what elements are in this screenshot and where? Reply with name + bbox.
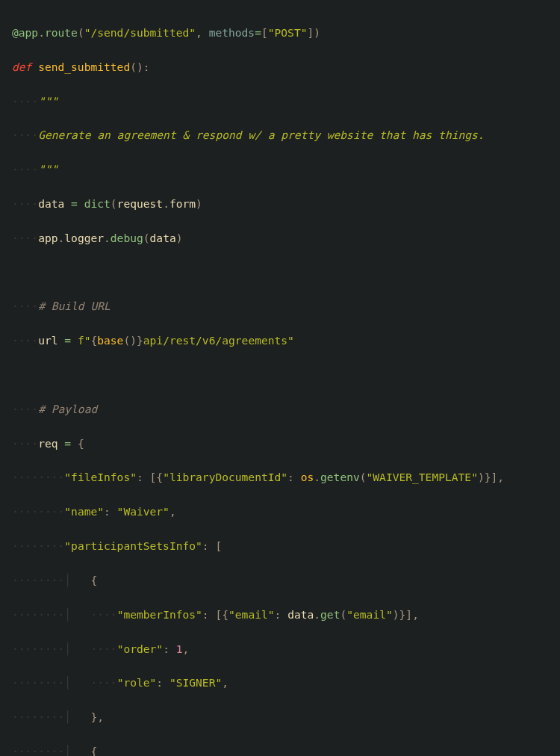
getenv-call: getenv	[320, 471, 360, 483]
env-waiver-template: "WAIVER_TEMPLATE"	[367, 471, 478, 483]
indent-guide: ····	[12, 403, 38, 415]
indent-guide: ····	[12, 710, 38, 723]
brace-open: {	[156, 471, 163, 483]
colon: :	[202, 608, 216, 621]
code-line: ····url = f"{base()}api/rest/v6/agreemen…	[12, 332, 560, 350]
indent-guide: ····	[12, 505, 38, 518]
indent-guide: │	[64, 608, 90, 621]
key-role: "role"	[117, 676, 157, 689]
parens: ()	[123, 334, 137, 347]
colon: :	[137, 471, 150, 483]
paren-close: )	[478, 471, 485, 483]
bracket-close: ]	[405, 608, 412, 621]
comma: ,	[222, 676, 228, 689]
code-line: ········│ ····"role": "SIGNER",	[12, 675, 560, 692]
paren-close: )	[176, 232, 183, 244]
indent-guide: ····	[38, 676, 64, 689]
dot: .	[58, 232, 65, 244]
blank-line	[12, 367, 560, 384]
brace-open: {	[222, 608, 228, 621]
indent-guide: ····	[38, 539, 64, 552]
colon: :	[202, 539, 216, 552]
bracket-open: [	[215, 608, 222, 621]
arg-email: "email"	[346, 608, 393, 621]
indent-guide: │	[64, 676, 90, 689]
colon: :	[275, 608, 288, 621]
code-editor[interactable]: @app.route("/send/submitted", methods=["…	[0, 0, 560, 756]
kwarg-methods: methods	[209, 26, 255, 39]
logger-attr: logger	[64, 232, 104, 244]
code-line: ····req = {	[12, 436, 560, 453]
indent-guide: ····	[12, 437, 38, 450]
colon: :	[287, 471, 301, 483]
comment-payload: # Payload	[38, 403, 97, 415]
indent-guide: ····	[38, 471, 64, 483]
comma: ,	[196, 26, 209, 39]
indent-guide: ····	[38, 642, 64, 655]
equals: =	[58, 437, 78, 450]
paren-open: (	[78, 26, 84, 39]
key-fileinfos: "fileInfos"	[64, 471, 137, 483]
colon: :	[156, 676, 169, 689]
indent-guide: │	[64, 745, 90, 756]
space	[31, 61, 38, 73]
data-obj: data	[287, 608, 314, 621]
form-attr: form	[169, 197, 196, 210]
docstring-body: Generate an agreement & respond w/ a pre…	[38, 128, 484, 141]
bracket-close: ]	[491, 471, 498, 483]
debug-call: debug	[111, 232, 143, 244]
var-req: req	[38, 437, 57, 450]
indent-guide: ····	[90, 676, 116, 689]
code-line: ········│ {	[12, 743, 560, 756]
app-obj: app	[38, 232, 57, 244]
indent-guide: ····	[12, 574, 38, 586]
comma: ,	[183, 642, 190, 655]
val-signer: "SIGNER"	[169, 676, 222, 689]
route-path: "/send/submitted"	[84, 26, 196, 39]
quote: "	[287, 334, 294, 347]
dot: .	[104, 232, 111, 244]
code-line: ········│ {	[12, 572, 560, 589]
code-line: @app.route("/send/submitted", methods=["…	[12, 25, 560, 42]
indent-guide: ····	[12, 676, 38, 689]
code-line: ········│ ····"order": 1,	[12, 641, 560, 658]
indent-guide: ····	[12, 745, 38, 756]
comment-build-url: # Build URL	[38, 300, 111, 312]
docstring-close: """	[38, 163, 57, 176]
dot: .	[314, 608, 320, 621]
indent-guide: ····	[12, 232, 38, 244]
indent-guide: ····	[12, 300, 38, 312]
paren-close: )	[196, 197, 202, 210]
brace-close: }	[485, 471, 491, 483]
code-line: ········"participantSetsInfo": [	[12, 538, 560, 555]
indent-guide: ····	[90, 642, 116, 655]
paren-close: )	[393, 608, 399, 621]
route-call: route	[45, 26, 78, 39]
brace-close-comma: },	[90, 710, 104, 723]
http-method: "POST"	[268, 26, 308, 39]
comma: ,	[169, 505, 176, 518]
blank-line	[12, 264, 560, 282]
dot: .	[38, 26, 45, 39]
comma: ,	[497, 471, 504, 483]
indent-guide: ····	[12, 334, 38, 347]
indent-guide: ····	[38, 608, 64, 621]
indent-guide: ····	[12, 128, 38, 141]
code-line: ········│ ····"memberInfos": [{"email": …	[12, 607, 560, 624]
code-line: ········"fileInfos": [{"libraryDocumentI…	[12, 469, 560, 486]
indent-guide: ····	[12, 471, 38, 483]
key-participantsetsinfo: "participantSetsInfo"	[64, 539, 202, 552]
key-memberinfos: "memberInfos"	[117, 608, 202, 621]
key-name: "name"	[64, 505, 104, 518]
brace-open: {	[90, 574, 97, 586]
var-url: url	[38, 334, 57, 347]
code-line: ····"""	[12, 161, 560, 179]
fstring-brace-close: }	[137, 334, 143, 347]
code-line: ····app.logger.debug(data)	[12, 230, 560, 247]
base-call: base	[97, 334, 123, 347]
code-line: ····# Payload	[12, 401, 560, 418]
def-parens: ():	[130, 61, 149, 73]
code-line: def send_submitted():	[12, 59, 560, 76]
paren-open: (	[360, 471, 367, 483]
code-line: ········"name": "Waiver",	[12, 504, 560, 521]
